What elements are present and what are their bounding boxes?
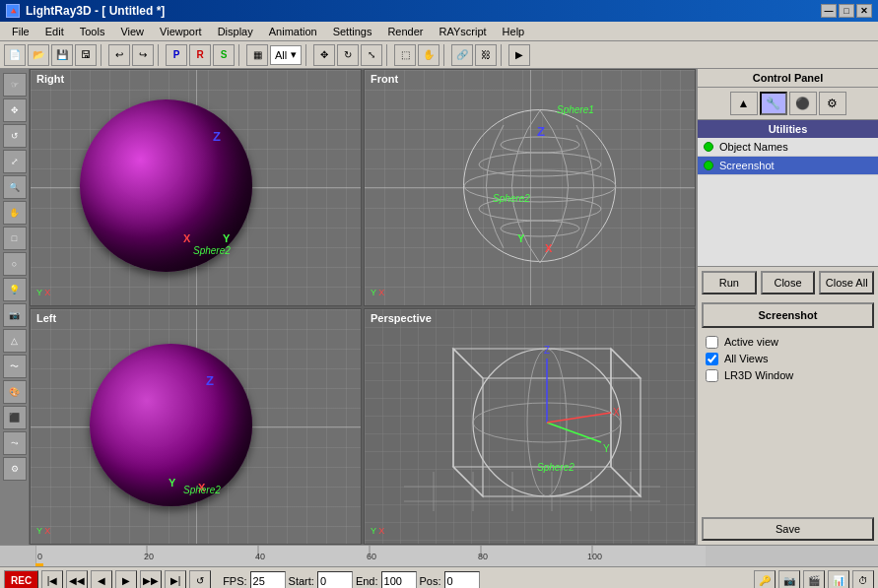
- anim-extra-5[interactable]: ⏱: [852, 570, 874, 589]
- menu-rayscript[interactable]: RAYscript: [431, 24, 494, 39]
- go-end-button[interactable]: ▶|: [165, 570, 186, 589]
- viewport-left-label: Left: [36, 312, 56, 324]
- lt-rotate[interactable]: ↺: [3, 124, 27, 148]
- tb-save[interactable]: 💾: [51, 44, 73, 66]
- close-all-button[interactable]: Close All: [819, 271, 874, 294]
- save-button[interactable]: Save: [702, 517, 874, 541]
- lt-zoom[interactable]: 🔍: [3, 175, 27, 199]
- menu-file[interactable]: File: [4, 24, 37, 39]
- panel-icon-settings[interactable]: ⚙: [819, 92, 846, 115]
- anim-extra-4[interactable]: 📊: [828, 570, 849, 589]
- tb-open[interactable]: 📂: [28, 44, 49, 66]
- tb-select[interactable]: ⬚: [394, 44, 416, 66]
- menu-help[interactable]: Help: [495, 24, 533, 39]
- tb-grid[interactable]: ▦: [246, 44, 268, 66]
- prev-button[interactable]: ◀: [91, 570, 112, 589]
- lt-texture[interactable]: ⬛: [3, 406, 27, 429]
- screenshot-button[interactable]: Screenshot: [702, 302, 874, 328]
- fps-input[interactable]: 25: [250, 571, 286, 589]
- corner-axes-persp: Y X: [371, 526, 384, 536]
- menu-display[interactable]: Display: [210, 24, 261, 39]
- corner-axes-front: Y X: [371, 288, 384, 297]
- separator-2: [158, 44, 162, 66]
- maximize-button[interactable]: □: [839, 4, 854, 18]
- anim-extra-2[interactable]: 📷: [778, 570, 800, 589]
- menu-settings[interactable]: Settings: [325, 24, 380, 39]
- lt-move[interactable]: ✥: [3, 98, 27, 122]
- minimize-button[interactable]: —: [821, 4, 837, 18]
- run-button[interactable]: Run: [702, 271, 757, 294]
- anim-extra-1[interactable]: 🔑: [754, 570, 776, 589]
- tb-s[interactable]: S: [213, 44, 235, 66]
- pos-input[interactable]: 0: [444, 571, 480, 589]
- lt-scale[interactable]: ⤢: [3, 150, 27, 173]
- panel-icon-shapes[interactable]: ▲: [730, 92, 758, 115]
- menu-edit[interactable]: Edit: [37, 24, 72, 39]
- viewport-perspective[interactable]: Perspective: [364, 308, 696, 546]
- menu-tools[interactable]: Tools: [72, 24, 113, 39]
- lt-deform[interactable]: ⤳: [3, 431, 27, 455]
- menu-animation[interactable]: Animation: [261, 24, 325, 39]
- menu-view[interactable]: View: [112, 24, 152, 39]
- anim-extra-3[interactable]: 🎬: [803, 570, 825, 589]
- menu-viewport[interactable]: Viewport: [152, 24, 210, 39]
- lt-camera[interactable]: 📷: [3, 303, 27, 327]
- tb-scale[interactable]: ⤡: [361, 44, 382, 66]
- util-item-screenshot[interactable]: Screenshot: [698, 157, 878, 175]
- lt-poly[interactable]: △: [3, 329, 27, 353]
- svg-line-19: [547, 423, 601, 442]
- axis-x-right: X: [183, 232, 190, 244]
- svg-text:0: 0: [37, 552, 42, 561]
- viewport-left[interactable]: Left Z Y X Sphere2 Y X: [30, 308, 362, 546]
- tb-save-as[interactable]: 🖫: [75, 44, 97, 66]
- next-button[interactable]: ▶▶: [140, 570, 162, 589]
- panel-icon-display[interactable]: ⚫: [789, 92, 817, 115]
- fps-label: FPS:: [223, 575, 246, 587]
- tb-undo[interactable]: ↩: [108, 44, 130, 66]
- lt-light[interactable]: 💡: [3, 278, 27, 301]
- tb-p[interactable]: P: [166, 44, 187, 66]
- tb-move[interactable]: ✥: [313, 44, 335, 66]
- axis-y-front: Y: [517, 232, 524, 244]
- end-input[interactable]: 100: [381, 571, 417, 589]
- all-views-checkbox[interactable]: [706, 353, 718, 365]
- start-input[interactable]: 0: [317, 571, 353, 589]
- lr3d-window-checkbox[interactable]: [706, 369, 718, 382]
- axis-z-left: Z: [206, 373, 214, 388]
- play-button[interactable]: ▶: [115, 570, 137, 589]
- separator-5: [386, 44, 390, 66]
- lt-sphere[interactable]: ○: [3, 252, 27, 276]
- lt-curve[interactable]: 〜: [3, 355, 27, 378]
- lt-box[interactable]: □: [3, 227, 27, 250]
- tb-unlink[interactable]: ⛓: [475, 44, 497, 66]
- lt-material[interactable]: 🎨: [3, 380, 27, 404]
- lt-select[interactable]: ☞: [3, 73, 27, 97]
- util-item-object-names[interactable]: Object Names: [698, 138, 878, 157]
- lt-pan[interactable]: ✋: [3, 201, 27, 225]
- rec-button[interactable]: REC: [4, 570, 38, 589]
- prev-frame-button[interactable]: ◀◀: [66, 570, 88, 589]
- menu-render[interactable]: Render: [379, 24, 431, 39]
- close-button[interactable]: Close: [761, 271, 816, 294]
- sphere1-label: Sphere1: [557, 104, 594, 115]
- viewport-right[interactable]: Right Z X Y Sphere2 Y X: [30, 69, 362, 306]
- panel-icon-tools[interactable]: 🔧: [760, 92, 787, 115]
- axis-y-left: Y: [169, 477, 175, 489]
- close-button[interactable]: ✕: [856, 4, 872, 18]
- tb-r[interactable]: R: [189, 44, 211, 66]
- tb-new[interactable]: 📄: [4, 44, 26, 66]
- loop-button[interactable]: ↺: [189, 570, 211, 589]
- tb-rotate[interactable]: ↻: [337, 44, 359, 66]
- svg-text:Z: Z: [544, 345, 550, 356]
- viewport-front[interactable]: Front Sphere1: [364, 69, 696, 306]
- active-view-checkbox[interactable]: [706, 336, 718, 349]
- filter-dropdown[interactable]: All ▾: [270, 45, 302, 65]
- lt-misc[interactable]: ⚙: [3, 457, 27, 481]
- tb-render[interactable]: ▶: [508, 44, 530, 66]
- tb-pan[interactable]: ✋: [418, 44, 439, 66]
- util-dot-object-names: [704, 142, 713, 152]
- tb-redo[interactable]: ↪: [132, 44, 154, 66]
- util-label-screenshot: Screenshot: [719, 160, 775, 171]
- tb-link[interactable]: 🔗: [451, 44, 473, 66]
- go-start-button[interactable]: |◀: [41, 570, 63, 589]
